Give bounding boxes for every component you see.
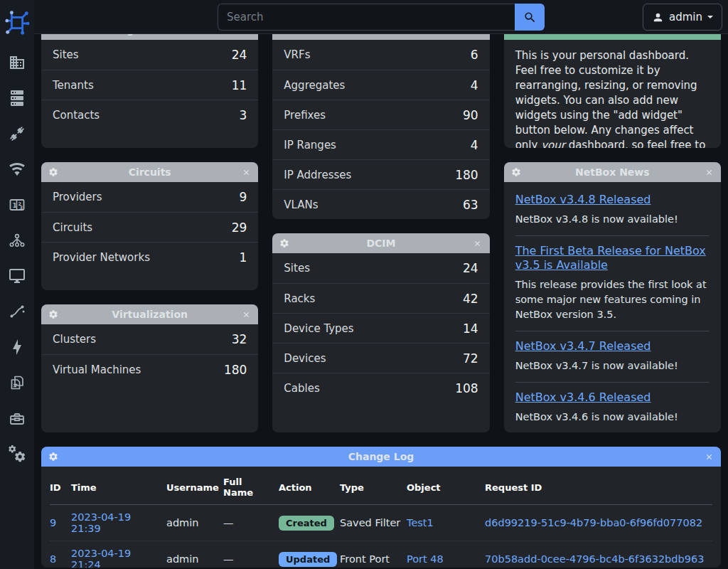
stat-row-ip-addresses[interactable]: IP Addresses180 [272, 159, 489, 189]
widget-title: DCIM [290, 238, 471, 249]
gear-icon[interactable] [48, 451, 59, 462]
news-desc: NetBox v3.4.8 is now available! [515, 212, 710, 227]
chevron-down-icon [707, 16, 713, 21]
col-request-id: Request ID [485, 469, 712, 505]
operations-cogs-icon[interactable] [9, 445, 26, 462]
stat-row-circuits[interactable]: Circuits29 [41, 212, 258, 242]
news-item: The First Beta Release for NetBox v3.5 i… [515, 235, 710, 331]
table-header-row: ID Time Username Full Name Action Type O… [50, 469, 712, 505]
organization-building-icon[interactable] [9, 54, 26, 71]
connections-plug-icon[interactable] [9, 125, 26, 142]
top-navbar: admin [34, 0, 728, 34]
action-badge: Updated [279, 552, 337, 567]
sidebar: 123 [0, 0, 34, 569]
widget-netbox-news: NetBox News NetBox v3.4.8 Released NetBo… [504, 162, 721, 432]
stat-row-clusters[interactable]: Clusters32 [41, 324, 258, 354]
changelog-object-link[interactable]: Test1 [407, 517, 434, 528]
widget-virtualization: Virtualization Clusters32 Virtual Machin… [41, 304, 258, 432]
changelog-id-link[interactable]: 9 [50, 517, 56, 528]
action-badge: Created [279, 516, 334, 531]
widget-circuits: Circuits Providers9 Circuits29 Provider … [41, 162, 258, 290]
stat-row-prefixes[interactable]: Prefixes90 [272, 100, 489, 129]
stat-row-tenants[interactable]: Tenants11 [41, 70, 258, 100]
gear-icon[interactable] [279, 238, 290, 249]
news-item: NetBox v3.4.6 Released NetBox v3.4.6 is … [515, 382, 710, 432]
col-object: Object [407, 469, 485, 505]
widget-title: Change Log [59, 451, 703, 462]
search-button[interactable] [515, 4, 545, 31]
gear-icon[interactable] [510, 166, 522, 178]
close-icon[interactable] [703, 451, 714, 462]
col-full-name: Full Name [223, 469, 279, 505]
stat-row-racks[interactable]: Racks42 [272, 283, 489, 313]
user-icon [652, 11, 664, 23]
stat-row-device-types[interactable]: Device Types14 [272, 313, 489, 343]
svg-text:3: 3 [20, 205, 23, 211]
col-type: Type [340, 469, 407, 505]
table-row: 8 2023-04-19 21:24 admin — Updated Front… [50, 541, 712, 568]
power-lightning-icon[interactable] [9, 339, 26, 356]
news-item: NetBox v3.4.7 Released NetBox v3.4.7 is … [515, 331, 710, 382]
table-row: 9 2023-04-19 21:39 admin — Created Saved… [50, 505, 712, 541]
stat-row-devices[interactable]: Devices72 [272, 343, 489, 373]
news-link[interactable]: NetBox v3.4.8 Released [515, 193, 651, 206]
changelog-type: Saved Filter [340, 505, 407, 541]
dashboard: Organization Sites24 Tenants11 Contacts3… [34, 0, 728, 568]
widget-title: Circuits [59, 166, 240, 178]
close-icon[interactable] [472, 238, 483, 249]
changelog-object-link[interactable]: Port 48 [407, 553, 444, 565]
news-link[interactable]: The First Beta Release for NetBox v3.5 i… [515, 244, 706, 272]
close-icon[interactable] [703, 166, 714, 178]
changelog-time-link[interactable]: 2023-04-19 21:24 [71, 548, 131, 568]
stat-row-sites[interactable]: Sites24 [41, 40, 258, 70]
stat-row-ip-ranges[interactable]: IP Ranges4 [272, 129, 489, 159]
gear-icon[interactable] [48, 166, 59, 178]
widget-dcim: DCIM Sites24 Racks42 Device Types14 Devi… [272, 233, 489, 432]
customization-toolbox-icon[interactable] [9, 410, 26, 427]
welcome-text: This is your personal dashboard. Feel fr… [504, 40, 721, 148]
stat-row-providers[interactable]: Providers9 [41, 182, 258, 212]
changelog-request-id-link[interactable]: 70b58add-0cee-4796-bc4b-6f3632bdb963 [485, 553, 704, 565]
col-time: Time [71, 469, 166, 505]
gear-icon[interactable] [48, 309, 59, 320]
widget-change-log: Change Log ID Time Username Full Name Ac… [41, 447, 721, 568]
global-search [218, 4, 545, 31]
stat-row-virtual-machines[interactable]: Virtual Machines180 [41, 354, 258, 384]
stat-row-provider-networks[interactable]: Provider Networks1 [41, 242, 258, 272]
widget-title: NetBox News [522, 166, 703, 178]
changelog-time-link[interactable]: 2023-04-19 21:39 [71, 511, 131, 534]
user-label: admin [669, 11, 702, 23]
news-desc: NetBox v3.4.6 is now available! [515, 410, 710, 425]
news-desc: NetBox v3.4.7 is now available! [515, 358, 710, 373]
virtualization-monitor-icon[interactable] [9, 267, 26, 284]
svg-text:1: 1 [13, 202, 17, 209]
widget-welcome: Welcome! This is your personal dashboard… [504, 20, 721, 148]
wireless-wifi-icon[interactable] [9, 161, 26, 178]
stat-row-sites[interactable]: Sites24 [272, 253, 489, 283]
news-link[interactable]: NetBox v3.4.6 Released [515, 390, 651, 404]
user-menu-button[interactable]: admin [643, 4, 722, 31]
netbox-logo[interactable] [4, 9, 31, 37]
stat-row-vrfs[interactable]: VRFs6 [272, 40, 489, 70]
widget-title: Virtualization [59, 309, 240, 320]
provisioning-documents-icon[interactable] [9, 374, 26, 391]
stat-row-contacts[interactable]: Contacts3 [41, 100, 258, 129]
changelog-type: Front Port [340, 541, 407, 568]
stat-row-vlans[interactable]: VLANs63 [272, 189, 489, 219]
circuits-cable-icon[interactable] [9, 303, 26, 320]
stat-row-aggregates[interactable]: Aggregates4 [272, 70, 489, 100]
widget-organization: Organization Sites24 Tenants11 Contacts3 [41, 20, 258, 148]
overlay-graph-icon[interactable] [9, 232, 26, 249]
changelog-request-id-link[interactable]: d6d99219-51c9-4b79-bba0-6f96fd077082 [485, 517, 702, 528]
changelog-username: admin [166, 505, 223, 541]
news-link[interactable]: NetBox v3.4.7 Released [515, 339, 651, 353]
ipam-counter-icon[interactable]: 123 [9, 196, 26, 213]
changelog-id-link[interactable]: 8 [50, 553, 56, 565]
close-icon[interactable] [240, 166, 252, 178]
search-input[interactable] [218, 4, 515, 31]
col-action: Action [279, 469, 340, 505]
stat-row-cables[interactable]: Cables108 [272, 373, 489, 403]
devices-server-icon[interactable] [9, 90, 26, 107]
news-item: NetBox v3.4.8 Released NetBox v3.4.8 is … [515, 185, 710, 235]
close-icon[interactable] [240, 309, 252, 320]
